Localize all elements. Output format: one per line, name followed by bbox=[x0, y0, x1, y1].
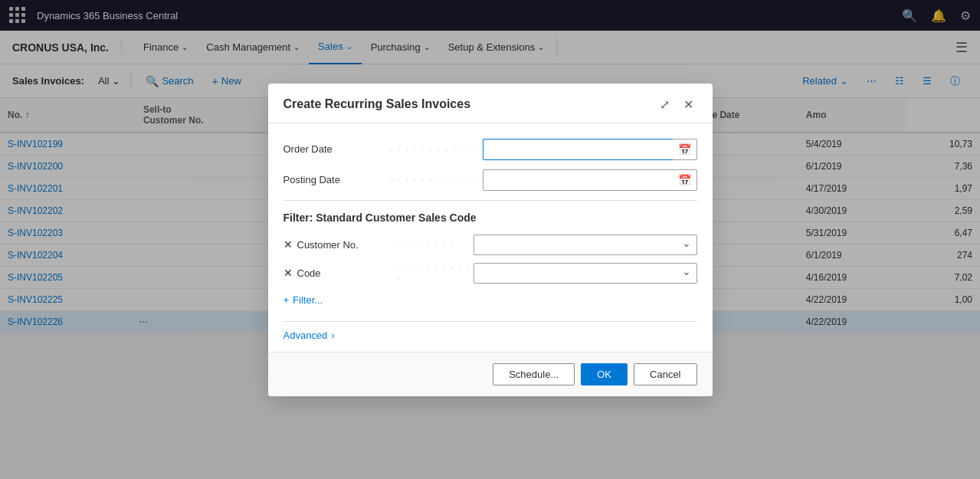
code-select[interactable] bbox=[474, 263, 697, 284]
modal-header-icons: ⤢ ✕ bbox=[656, 96, 697, 113]
order-date-row: Order Date · · · · · · · · · · · · 📅 bbox=[284, 139, 697, 160]
posting-date-input[interactable] bbox=[483, 169, 673, 191]
modal-expand-button[interactable]: ⤢ bbox=[656, 96, 674, 113]
code-filter-row: ✕ Code · · · · · · · · · · · bbox=[284, 263, 697, 284]
add-filter-button[interactable]: + Filter... bbox=[284, 291, 323, 309]
code-filter-label: Code bbox=[297, 267, 397, 279]
modal-title: Create Recurring Sales Invoices bbox=[284, 97, 471, 111]
posting-date-calendar-btn[interactable]: 📅 bbox=[673, 169, 697, 191]
order-date-label: Order Date bbox=[284, 143, 391, 155]
code-select-wrap bbox=[474, 263, 697, 284]
advanced-section[interactable]: Advanced › bbox=[284, 321, 697, 334]
customer-no-filter-label: Customer No. bbox=[297, 239, 397, 251]
plus-icon: + bbox=[284, 294, 290, 306]
customer-no-select-wrap bbox=[474, 235, 697, 255]
customer-no-select[interactable] bbox=[474, 235, 697, 255]
modal-close-button[interactable]: ✕ bbox=[680, 96, 697, 113]
chevron-right-icon: › bbox=[331, 330, 334, 334]
posting-date-label: Posting Date bbox=[284, 174, 391, 185]
posting-date-input-wrap: 📅 bbox=[483, 169, 697, 191]
section-divider bbox=[284, 200, 697, 201]
filter-section-title: Filter: Standard Customer Sales Code bbox=[284, 212, 697, 224]
modal-header: Create Recurring Sales Invoices ⤢ ✕ bbox=[268, 84, 713, 123]
remove-customer-filter-btn[interactable]: ✕ bbox=[284, 238, 293, 251]
order-date-calendar-btn[interactable]: 📅 bbox=[673, 139, 697, 160]
remove-code-filter-btn[interactable]: ✕ bbox=[284, 267, 293, 279]
customer-no-filter-row: ✕ Customer No. · · · · · · · · bbox=[284, 235, 697, 255]
modal-body: Order Date · · · · · · · · · · · · 📅 Pos… bbox=[268, 123, 713, 334]
modal-overlay: Create Recurring Sales Invoices ⤢ ✕ Orde… bbox=[0, 0, 980, 333]
order-date-input-wrap: 📅 bbox=[483, 139, 697, 160]
order-date-input[interactable] bbox=[483, 139, 673, 160]
modal-dialog: Create Recurring Sales Invoices ⤢ ✕ Orde… bbox=[268, 84, 713, 334]
posting-date-row: Posting Date · · · · · · · · · · · · 📅 bbox=[284, 169, 697, 191]
